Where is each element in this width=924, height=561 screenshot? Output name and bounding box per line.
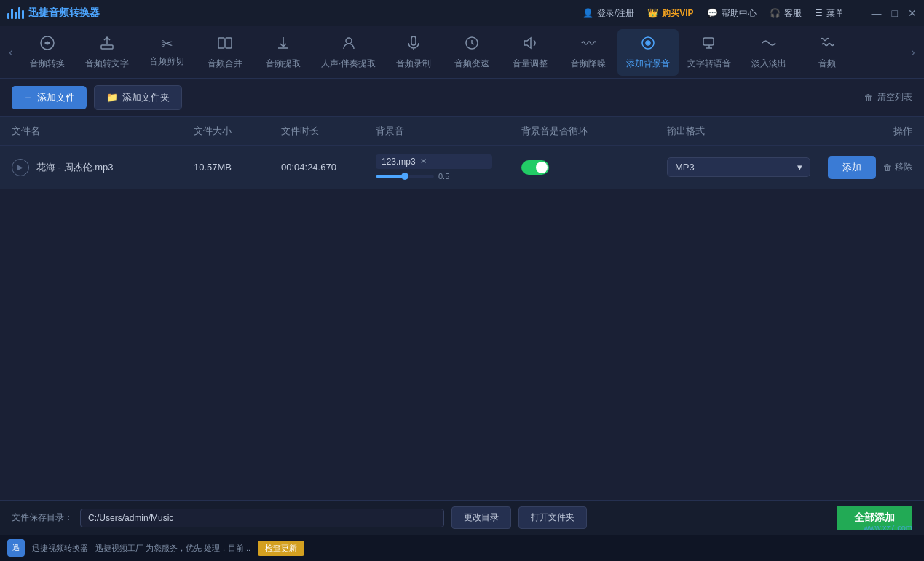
help-center-btn[interactable]: 💬 帮助中心 [707,7,757,20]
menu-btn[interactable]: ☰ 菜单 [815,7,844,20]
user-icon: 👤 [583,8,593,18]
volume-fill [376,175,405,178]
row-duration: 00:04:24.670 [281,162,336,173]
row-filesize: 10.57MB [194,162,232,173]
audio-speed-icon [464,35,480,53]
nav-audio-more[interactable]: 音频 [798,29,856,76]
audio-convert-icon [39,35,55,53]
add-file-icon: ＋ [23,91,33,104]
nav-right-arrow[interactable]: › [906,31,920,74]
app-icon: 迅捷音频转换器 [7,7,100,20]
nav-audio-more-label: 音频 [818,58,836,70]
clear-list-label: 清空列表 [877,91,912,103]
login-register-btn[interactable]: 👤 登录/注册 [583,7,634,20]
audio-extract-icon [275,35,291,53]
nav-audio-speed[interactable]: 音频变速 [443,29,501,76]
add-file-btn[interactable]: ＋ 添加文件 [12,86,87,109]
remove-label: 移除 [895,161,912,173]
volume-slider[interactable] [376,175,434,178]
open-folder-btn[interactable]: 打开文件夹 [518,506,587,529]
change-dir-btn[interactable]: 更改目录 [451,506,511,529]
bar1 [7,13,9,19]
nav-audio-to-text[interactable]: 音频转文字 [76,29,138,76]
add-folder-icon: 📁 [106,92,118,103]
minimize-btn[interactable]: — [872,7,882,19]
nav-volume-adjust-label: 音量调整 [513,58,548,70]
watermark: www.xz7.com [864,523,912,532]
nav-audio-cut-label: 音频剪切 [149,55,184,68]
row-filename: 花海 - 周杰伦.mp3 [36,161,113,174]
col-header-bgmusic: 背景音 [376,125,521,138]
row-remove-btn[interactable]: 🗑 移除 [883,161,912,173]
menu-icon: ☰ [815,8,823,18]
nav-text-to-speech[interactable]: 文字转语音 [679,29,740,76]
loop-toggle[interactable] [521,160,549,175]
trash-icon: 🗑 [883,162,892,173]
nav-audio-record-label: 音频录制 [396,58,431,70]
nav-audio-record[interactable]: 音频录制 [384,29,443,76]
bg-music-filename: 123.mp3 [382,157,416,167]
nav-audio-speed-label: 音频变速 [454,58,489,70]
customer-service-btn[interactable]: 🎧 客服 [770,7,802,20]
nav-noise-reduce[interactable]: 音频降噪 [559,29,617,76]
maximize-btn[interactable]: □ [892,7,898,19]
svg-point-8 [647,42,649,44]
format-select[interactable]: MP3 ▾ [667,157,810,177]
update-btn[interactable]: 检查更新 [258,541,304,556]
nav-audio-extract-label: 音频提取 [266,58,301,70]
col-header-action: 操作 [810,125,912,138]
nav-audio-to-text-label: 音频转文字 [85,58,129,70]
noise-reduce-icon [580,35,596,53]
add-folder-label: 添加文件夹 [122,91,170,104]
volume-adjust-icon [522,35,538,53]
buy-vip-btn[interactable]: 👑 购买VIP [647,7,693,20]
footer: 文件保存目录： C:/Users/admin/Music 更改目录 打开文件夹 … [0,500,924,535]
app-title: 迅捷音频转换器 [28,7,100,20]
col-header-filesize: 文件大小 [194,125,281,138]
login-label: 登录/注册 [597,7,634,20]
nav-volume-adjust[interactable]: 音量调整 [501,29,559,76]
close-btn[interactable]: ✕ [908,7,917,19]
nav-vocal-extract[interactable]: 人声·伴奏提取 [312,29,384,76]
svg-rect-2 [218,38,224,48]
nav-audio-extract[interactable]: 音频提取 [254,29,312,76]
svg-rect-5 [411,36,416,45]
nav-text-to-speech-label: 文字转语音 [687,58,731,70]
nav-left-arrow[interactable]: ‹ [4,31,18,74]
row-filename-cell: ▶ 花海 - 周杰伦.mp3 [12,159,194,176]
nav-audio-merge[interactable]: 音频合并 [196,29,254,76]
row-filesize-cell: 10.57MB [194,162,281,173]
bg-music-tag: 123.mp3 ✕ [376,154,492,169]
nav-audio-cut[interactable]: ✂ 音频剪切 [138,31,196,74]
bar5 [22,10,24,19]
table-row: ▶ 花海 - 周杰伦.mp3 10.57MB 00:04:24.670 123.… [0,146,924,189]
service-icon: 🎧 [770,8,781,18]
clear-list-btn[interactable]: 🗑 清空列表 [864,91,912,103]
bg-music-container: 123.mp3 ✕ 0.5 [376,154,521,181]
svg-point-4 [346,38,352,44]
format-value: MP3 [675,162,695,173]
nav-fade-in-out[interactable]: 淡入淡出 [740,29,798,76]
play-btn[interactable]: ▶ [12,159,29,176]
add-file-label: 添加文件 [37,91,75,104]
row-add-btn[interactable]: 添加 [828,156,876,179]
window-controls: — □ ✕ [872,7,917,19]
row-loop-cell [521,160,667,175]
bg-music-remove-btn[interactable]: ✕ [420,157,427,166]
bottom-app-icon: 迅 [7,539,25,557]
audio-cut-icon: ✂ [161,36,173,51]
row-format-cell: MP3 ▾ [667,157,810,177]
bottom-bar: 迅 迅捷视频转换器 - 迅捷视频工厂 为您服务，优先 处理，目前... 检查更新 [0,535,924,561]
volume-thumb[interactable] [401,173,408,180]
nav-audio-convert[interactable]: 音频转换 [18,29,76,76]
nav-add-bg-music-label: 添加背景音 [626,58,670,70]
audio-more-icon [819,35,835,53]
help-icon: 💬 [707,8,718,18]
toolbar: ＋ 添加文件 📁 添加文件夹 🗑 清空列表 [0,79,924,117]
title-bar: 迅捷音频转换器 👤 登录/注册 👑 购买VIP 💬 帮助中心 🎧 客服 ☰ 菜单… [0,0,924,26]
nav-add-bg-music[interactable]: 添加背景音 [617,29,679,76]
add-folder-btn[interactable]: 📁 添加文件夹 [94,85,182,110]
audio-to-text-icon [99,35,115,53]
col-header-duration: 文件时长 [281,125,376,138]
help-label: 帮助中心 [722,7,757,20]
